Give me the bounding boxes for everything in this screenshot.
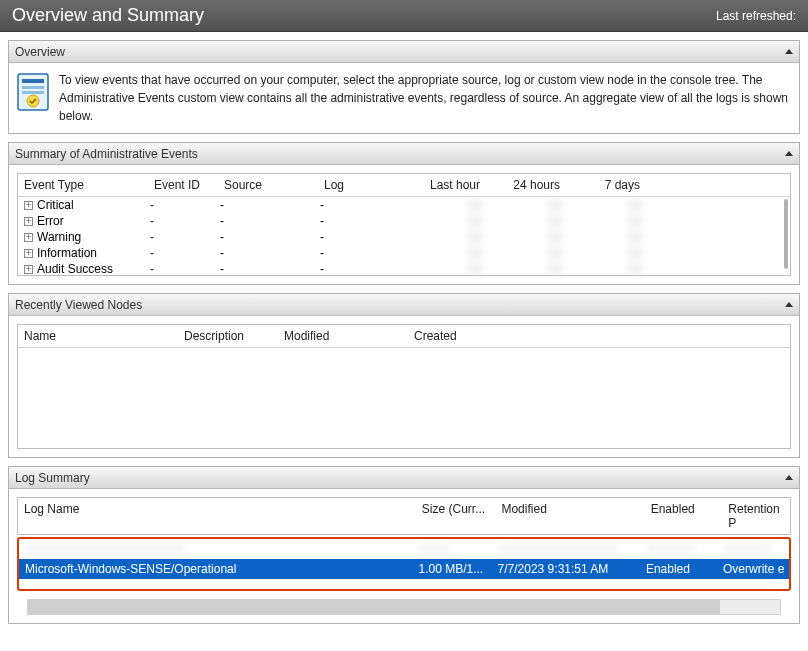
table-row[interactable]: +Error - - - 00 00 00 (18, 213, 790, 229)
expand-icon[interactable]: + (24, 233, 33, 242)
log-modified: 7/7/2023 9:31:51 AM (498, 562, 646, 576)
admin-events-grid: Event Type Event ID Source Log Last hour… (17, 173, 791, 276)
row-eventid: - (150, 198, 220, 212)
row-log: - (320, 246, 420, 260)
row-source: - (220, 262, 320, 275)
recent-columns[interactable]: Name Description Modified Created (18, 325, 790, 348)
row-lasthour: 00 (420, 198, 500, 212)
expand-icon[interactable]: + (24, 201, 33, 210)
scrollbar-thumb[interactable] (28, 600, 720, 614)
row-type: Audit Success (37, 262, 113, 275)
row-type: Critical (37, 198, 74, 212)
row-source: - (220, 198, 320, 212)
log-size: 1.00 MB/1... (418, 562, 497, 576)
collapse-icon (785, 475, 793, 480)
table-row[interactable]: +Warning - - - 00 00 00 (18, 229, 790, 245)
row-24h: 00 (500, 198, 580, 212)
row-lasthour: 00 (420, 262, 500, 275)
col-size[interactable]: Size (Curr... (416, 498, 496, 534)
section-admin-events: Summary of Administrative Events Event T… (8, 142, 800, 285)
section-recent-nodes: Recently Viewed Nodes Name Description M… (8, 293, 800, 458)
row-24h: 00 (500, 230, 580, 244)
row-log: - (320, 214, 420, 228)
col-enabled[interactable]: Enabled (645, 498, 723, 534)
row-eventid: - (150, 230, 220, 244)
row-7d: 00 (580, 230, 660, 244)
recent-grid: Name Description Modified Created (17, 324, 791, 449)
row-type: Warning (37, 230, 81, 244)
section-log-summary: Log Summary Log Name Size (Curr... Modif… (8, 466, 800, 624)
row-7d: 00 (580, 262, 660, 275)
log-retention: XXXXXX (724, 542, 783, 556)
row-7d: 00 (580, 214, 660, 228)
expand-icon[interactable]: + (24, 249, 33, 258)
log-enabled: XXXXXX (646, 542, 723, 556)
table-row[interactable]: +Audit Success - - - 00 00 00 (18, 261, 790, 275)
collapse-icon (785, 49, 793, 54)
col-log[interactable]: Log (318, 174, 418, 196)
row-24h: 00 (500, 214, 580, 228)
section-admin-events-header[interactable]: Summary of Administrative Events (9, 143, 799, 165)
col-modified[interactable]: Modified (278, 325, 408, 347)
row-type: Information (37, 246, 97, 260)
event-viewer-icon (17, 73, 49, 111)
row-lasthour: 00 (420, 230, 500, 244)
col-24-hours[interactable]: 24 hours (498, 174, 578, 196)
scrollbar-vertical[interactable] (784, 199, 788, 269)
log-size: XXXX (419, 542, 498, 556)
collapse-icon (785, 151, 793, 156)
log-grid: Log Name Size (Curr... Modified Enabled … (17, 497, 791, 615)
log-retention: Overwrite e (723, 562, 783, 576)
col-source[interactable]: Source (218, 174, 318, 196)
section-overview-body: To view events that have occurred on you… (9, 63, 799, 133)
row-24h: 00 (500, 262, 580, 275)
scrollbar-horizontal[interactable] (27, 599, 781, 615)
section-overview: Overview To view events that have occurr… (8, 40, 800, 134)
admin-events-columns[interactable]: Event Type Event ID Source Log Last hour… (18, 174, 790, 197)
last-refreshed-label: Last refreshed: (716, 9, 796, 23)
titlebar: Overview and Summary Last refreshed: (0, 0, 808, 32)
section-log-title: Log Summary (15, 471, 90, 485)
col-retention[interactable]: Retention P (722, 498, 790, 534)
expand-icon[interactable]: + (24, 217, 33, 226)
admin-events-body: +Critical - - - 00 00 00 +Error - - - 00 (18, 197, 790, 275)
section-overview-title: Overview (15, 45, 65, 59)
col-created[interactable]: Created (408, 325, 538, 347)
row-7d: 00 (580, 198, 660, 212)
log-columns[interactable]: Log Name Size (Curr... Modified Enabled … (17, 497, 791, 535)
col-event-id[interactable]: Event ID (148, 174, 218, 196)
expand-icon[interactable]: + (24, 265, 33, 274)
log-name: XXXXXXXXXXXXXXXXXXXX (25, 542, 419, 556)
log-body: XXXXXXXXXXXXXXXXXXXX XXXX XXXXXXXXXXXXXX… (19, 539, 789, 589)
col-event-type[interactable]: Event Type (18, 174, 148, 196)
col-last-hour[interactable]: Last hour (418, 174, 498, 196)
log-modified: XXXXXXXXXXXXXXX (498, 542, 646, 556)
col-modified[interactable]: Modified (495, 498, 644, 534)
log-enabled: Enabled (646, 562, 723, 576)
section-log-header[interactable]: Log Summary (9, 467, 799, 489)
content-area: Overview To view events that have occurr… (0, 32, 808, 651)
col-7-days[interactable]: 7 days (578, 174, 658, 196)
row-log: - (320, 230, 420, 244)
table-row[interactable]: XXXXXXXXXXXXXXXXXXXX XXXX XXXXXXXXXXXXXX… (19, 539, 789, 559)
section-admin-events-title: Summary of Administrative Events (15, 147, 198, 161)
table-row-selected[interactable]: Microsoft-Windows-SENSE/Operational 1.00… (19, 559, 789, 579)
collapse-icon (785, 302, 793, 307)
row-log: - (320, 198, 420, 212)
section-recent-title: Recently Viewed Nodes (15, 298, 142, 312)
section-recent-header[interactable]: Recently Viewed Nodes (9, 294, 799, 316)
svg-rect-2 (22, 86, 44, 89)
col-description[interactable]: Description (178, 325, 278, 347)
log-name: Microsoft-Windows-SENSE/Operational (25, 562, 418, 576)
svg-rect-3 (22, 91, 44, 94)
col-name[interactable]: Name (18, 325, 178, 347)
overview-text: To view events that have occurred on you… (59, 71, 791, 125)
log-body-highlight: XXXXXXXXXXXXXXXXXXXX XXXX XXXXXXXXXXXXXX… (17, 537, 791, 591)
svg-rect-1 (22, 79, 44, 83)
row-24h: 00 (500, 246, 580, 260)
table-row[interactable]: +Information - - - 00 00 00 (18, 245, 790, 261)
col-log-name[interactable]: Log Name (18, 498, 416, 534)
row-type: Error (37, 214, 64, 228)
section-overview-header[interactable]: Overview (9, 41, 799, 63)
table-row[interactable]: +Critical - - - 00 00 00 (18, 197, 790, 213)
